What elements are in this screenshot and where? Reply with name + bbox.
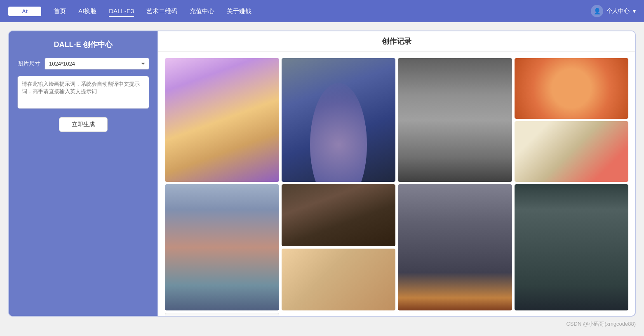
size-row: 图片尺寸 1024*1024 512*512 256*256 — [17, 58, 149, 70]
user-avatar: 👤 — [591, 5, 603, 17]
navbar: At 首页 AI换脸 DALL-E3 艺术二维码 充值中心 关于赚钱 👤 个人中… — [0, 0, 644, 22]
gallery-item-dog-ramen[interactable] — [515, 121, 629, 182]
watermark: CSDN @小码哥(xmgcode88) — [566, 320, 636, 328]
gallery-item-blank[interactable] — [165, 313, 279, 316]
gallery-item-general[interactable] — [515, 184, 629, 310]
nav-link-earn[interactable]: 关于赚钱 — [227, 6, 251, 17]
nav-user[interactable]: 👤 个人中心 ▾ — [591, 5, 636, 17]
nav-link-home[interactable]: 首页 — [54, 6, 66, 17]
gallery-item-food-ramen[interactable] — [515, 58, 629, 119]
gallery-scroll[interactable] — [158, 52, 635, 316]
right-panel-title: 创作记录 — [158, 31, 635, 52]
nav-links: 首页 AI换脸 DALL-E3 艺术二维码 充值中心 关于赚钱 — [54, 6, 587, 17]
gallery-item-food2[interactable] — [282, 249, 396, 310]
size-label: 图片尺寸 — [17, 60, 40, 68]
main-content: DALL-E 创作中心 图片尺寸 1024*1024 512*512 256*2… — [0, 22, 644, 325]
left-panel: DALL-E 创作中心 图片尺寸 1024*1024 512*512 256*2… — [9, 31, 157, 316]
prompt-textarea[interactable] — [17, 76, 149, 109]
nav-logo[interactable]: At — [8, 7, 41, 16]
gallery-item-bear[interactable] — [282, 58, 396, 182]
gallery-item-cute-animal[interactable] — [165, 58, 279, 182]
gallery-item-chinese-girl[interactable] — [165, 184, 279, 310]
gallery-item-cavalry[interactable] — [398, 184, 512, 310]
gallery-grid — [162, 55, 632, 316]
user-chevron: ▾ — [633, 8, 636, 14]
gallery-item-dark-scene[interactable] — [282, 184, 396, 246]
right-panel: 创作记录 — [157, 31, 635, 316]
generate-button[interactable]: 立即生成 — [59, 117, 108, 132]
panel-title: DALL-E 创作中心 — [17, 40, 149, 49]
nav-link-face[interactable]: AI换脸 — [78, 6, 96, 17]
gallery-item-warrior[interactable] — [398, 58, 512, 182]
nav-link-recharge[interactable]: 充值中心 — [190, 6, 214, 17]
user-label: 个人中心 — [606, 7, 630, 15]
nav-link-qr[interactable]: 艺术二维码 — [146, 6, 177, 17]
nav-link-dalle[interactable]: DALL-E3 — [109, 6, 134, 17]
content-wrapper: DALL-E 创作中心 图片尺寸 1024*1024 512*512 256*2… — [8, 31, 636, 317]
size-select[interactable]: 1024*1024 512*512 256*256 — [45, 58, 149, 70]
